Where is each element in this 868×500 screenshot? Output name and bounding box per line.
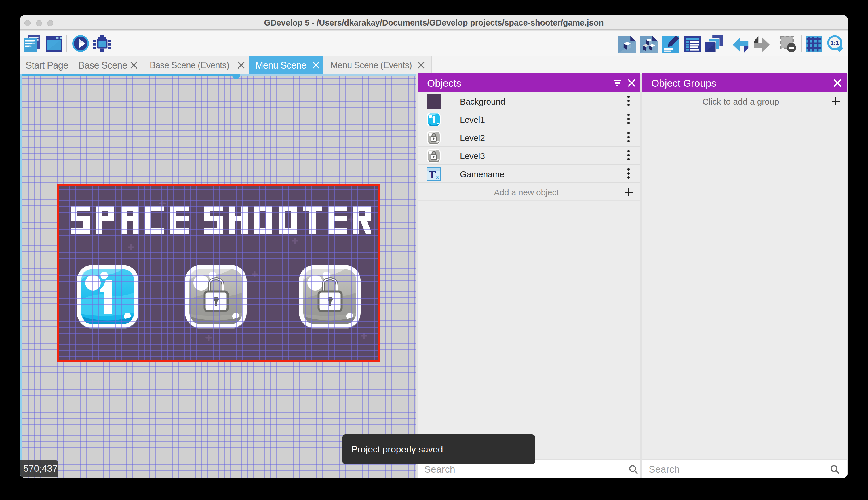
svg-text:T: T — [429, 169, 436, 181]
svg-text:1:1: 1:1 — [830, 39, 839, 46]
svg-text:x: x — [436, 173, 439, 180]
